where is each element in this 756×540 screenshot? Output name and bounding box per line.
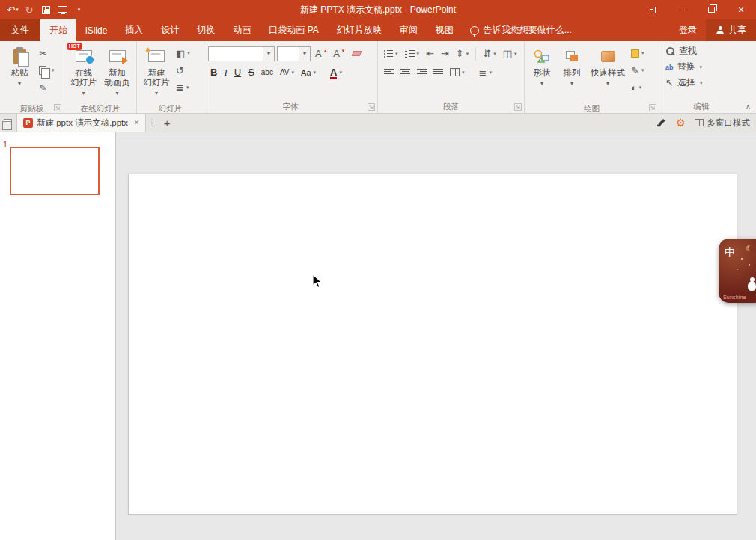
tab-view[interactable]: 视图 xyxy=(427,19,463,41)
font-letter-icon: A xyxy=(333,48,340,59)
character-spacing-button[interactable]: AV xyxy=(278,65,296,80)
shape-outline-button[interactable]: ✎ xyxy=(629,63,647,78)
reset-button[interactable]: ↺ xyxy=(174,63,192,78)
tab-slideshow[interactable]: 幻灯片放映 xyxy=(328,19,391,41)
tab-pocket-animation[interactable]: 口袋动画 PA xyxy=(260,19,327,41)
slide-thumbnail-panel[interactable]: 1 xyxy=(0,132,116,540)
tab-design[interactable]: 设计 xyxy=(152,19,188,41)
toolbox-icon xyxy=(656,117,667,127)
align-center-button[interactable] xyxy=(398,65,412,80)
bullets-button[interactable] xyxy=(382,46,400,61)
decrease-indent-button[interactable]: ⇤ xyxy=(424,46,436,61)
text-direction-button[interactable]: ⇵ xyxy=(481,46,498,61)
tell-me-box[interactable]: 告诉我您想要做什么... xyxy=(463,19,579,41)
font-name-combo[interactable]: ▾ xyxy=(208,46,275,61)
tab-animations[interactable]: 动画 xyxy=(224,19,260,41)
undo-dropdown-icon[interactable]: ▾ xyxy=(16,7,19,13)
font-size-combo[interactable]: ▾ xyxy=(277,46,311,61)
find-button[interactable]: 查找 xyxy=(662,43,741,59)
redo-button[interactable]: ↻ xyxy=(23,1,35,18)
paste-button[interactable]: 粘贴 xyxy=(2,43,37,103)
cut-button[interactable]: ✂ xyxy=(37,46,57,61)
change-case-button[interactable]: Aa xyxy=(299,65,318,80)
new-animation-page-button[interactable]: 新加 动画页 xyxy=(100,43,134,103)
copy-button[interactable] xyxy=(37,63,57,78)
format-painter-button[interactable]: ✎ xyxy=(37,80,57,95)
font-size-dropdown-icon[interactable]: ▾ xyxy=(299,47,310,61)
decrease-font-button[interactable]: A▾ xyxy=(331,46,347,61)
start-slideshow-button[interactable] xyxy=(56,1,68,18)
drawing-dialog-launcher[interactable] xyxy=(649,104,656,111)
clear-formatting-button[interactable] xyxy=(349,46,363,61)
clipboard-dialog-launcher[interactable] xyxy=(54,104,61,111)
tab-file[interactable]: 文件 xyxy=(0,19,40,41)
collapse-ribbon-button[interactable]: ∧ xyxy=(746,102,751,111)
align-text-button[interactable]: ≣ xyxy=(477,65,494,80)
monitor-icon xyxy=(58,6,67,13)
online-slides-button[interactable]: HOT 在线 幻灯片 xyxy=(67,43,100,103)
new-document-tab-button[interactable]: + xyxy=(158,114,176,132)
increase-font-button[interactable]: A▴ xyxy=(313,46,329,61)
close-button[interactable]: × xyxy=(726,0,756,19)
font-name-value[interactable] xyxy=(209,47,263,61)
new-slide-button[interactable]: 新建 幻灯片 xyxy=(139,43,174,103)
tab-review[interactable]: 审阅 xyxy=(391,19,427,41)
smartart-icon: ◫ xyxy=(503,48,512,59)
decrease-arrow-icon: ▾ xyxy=(342,48,345,54)
layout-button[interactable]: ◧ xyxy=(174,46,192,61)
save-button[interactable] xyxy=(40,1,52,18)
slide-canvas[interactable] xyxy=(128,174,737,515)
document-tab-active[interactable]: P 新建 pptx 演示文稿.pptx × xyxy=(16,114,146,132)
multi-window-mode-button[interactable]: 多窗口模式 xyxy=(695,117,751,129)
ribbon-display-options-button[interactable] xyxy=(636,0,666,19)
shape-fill-button[interactable] xyxy=(629,46,647,61)
tab-list-button[interactable] xyxy=(0,114,15,132)
font-name-dropdown-icon[interactable]: ▾ xyxy=(263,47,274,61)
copy-icon xyxy=(39,66,46,75)
section-button[interactable]: ≣ xyxy=(174,80,192,95)
justify-button[interactable] xyxy=(431,65,445,80)
slide-thumbnail-selected[interactable] xyxy=(10,147,100,195)
underline-button[interactable]: U xyxy=(232,65,243,80)
tab-transitions[interactable]: 切换 xyxy=(188,19,224,41)
columns-button[interactable] xyxy=(448,65,467,80)
minimize-button[interactable] xyxy=(666,0,696,19)
convert-smartart-button[interactable]: ◫ xyxy=(501,46,519,61)
font-dialog-launcher[interactable] xyxy=(368,103,375,111)
customize-quick-access-button[interactable]: ▾ xyxy=(73,1,85,18)
strikethrough-button[interactable]: abc xyxy=(259,65,275,80)
undo-button[interactable]: ↶▾ xyxy=(7,1,19,18)
lightbulb-icon xyxy=(470,26,479,35)
document-tab-close-icon[interactable]: × xyxy=(134,117,139,128)
increase-indent-button[interactable]: ⇥ xyxy=(439,46,451,61)
tab-islide[interactable]: iSlide xyxy=(76,19,116,41)
replace-button[interactable]: ab替换 xyxy=(662,59,741,75)
paragraph-dialog-launcher[interactable] xyxy=(514,103,522,111)
bold-button[interactable]: B xyxy=(208,65,219,80)
indent-increase-icon: ⇥ xyxy=(441,48,449,59)
settings-gear-icon[interactable]: ⚙ xyxy=(676,117,686,128)
font-color-button[interactable]: A xyxy=(328,65,344,80)
document-tab-menu-button[interactable]: ⋮ xyxy=(146,114,158,132)
font-size-value[interactable] xyxy=(278,47,299,61)
select-button[interactable]: ↖选择 xyxy=(662,75,741,90)
toolbox-button[interactable] xyxy=(656,117,667,129)
login-button[interactable]: 登录 xyxy=(670,19,706,41)
line-spacing-button[interactable]: ⇕ xyxy=(454,46,471,61)
quick-styles-button[interactable]: 快速样式 xyxy=(587,43,629,103)
shadow-strike-button[interactable]: S xyxy=(246,65,257,80)
assistant-widget[interactable]: 中 ☾ Sunshine xyxy=(719,239,756,303)
snowman-icon xyxy=(748,281,756,291)
shapes-button[interactable]: 形状 xyxy=(527,43,557,103)
share-button[interactable]: 共享 xyxy=(706,19,756,41)
shape-effects-button[interactable]: ◐ xyxy=(629,80,647,95)
editing-canvas[interactable] xyxy=(116,132,756,540)
align-left-button[interactable] xyxy=(382,65,396,80)
align-right-button[interactable] xyxy=(415,65,429,80)
numbering-button[interactable] xyxy=(403,46,422,61)
restore-button[interactable] xyxy=(696,0,726,19)
italic-button[interactable]: I xyxy=(222,65,229,80)
arrange-button[interactable]: 排列 xyxy=(557,43,587,103)
tab-insert[interactable]: 插入 xyxy=(116,19,152,41)
tab-home[interactable]: 开始 xyxy=(40,19,76,41)
